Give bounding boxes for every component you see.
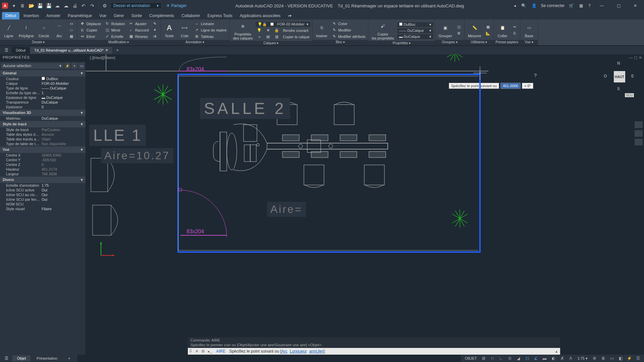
status-objet[interactable]: OBJET — [464, 356, 478, 360]
navbar-pan-icon[interactable] — [635, 121, 643, 128]
section-divers[interactable]: Divers▾ — [0, 176, 86, 183]
prop-ltscale-value[interactable]: 1 — [40, 91, 86, 95]
cercle-button[interactable]: ○Cercle — [37, 22, 51, 39]
prop-thick-value[interactable]: 0 — [40, 105, 86, 109]
isolate-icon[interactable]: ◧ — [617, 355, 624, 362]
cut-button[interactable]: ✂ — [511, 24, 519, 30]
nav-prev-icon[interactable]: ◂ — [513, 2, 517, 9]
section-vue[interactable]: Vue▾ — [0, 146, 86, 153]
tab-apps[interactable]: Applications associées — [236, 12, 284, 19]
panel-groupes[interactable]: Groupes ▾ — [435, 40, 464, 45]
prop-ucsvp-value[interactable]: Oui — [40, 197, 86, 201]
reseau-button[interactable]: ▦Réseau — [127, 34, 150, 40]
rotation-button[interactable]: ↻Rotation — [103, 21, 126, 27]
tab-parametrique[interactable]: Paramétrique — [64, 12, 95, 19]
grid-icon[interactable]: ⊞ — [480, 355, 487, 362]
deplacer-button[interactable]: ✥Déplacer — [78, 21, 103, 27]
rendre-courant-button[interactable]: Rendre courant — [281, 27, 310, 34]
layer-dropdown[interactable]: 💡🔒 FOR-02-Mobilier▾ — [255, 21, 311, 27]
copy-clip-button[interactable]: ⎘ — [511, 30, 519, 36]
panel-annot[interactable]: Annotation ▾ — [161, 40, 229, 45]
repere-button[interactable]: ↗Ligne de repère — [193, 27, 228, 33]
saveas-icon[interactable]: 💾 — [45, 2, 52, 9]
layer-tool6[interactable]: ▥ — [273, 34, 281, 40]
osnap-icon[interactable]: ◻ — [524, 355, 531, 362]
hardware-icon[interactable]: ⚡ — [626, 355, 633, 362]
prop-layer-value[interactable]: FOR-02-Mobilier — [40, 81, 86, 85]
qat-menu-icon[interactable]: ▾ — [10, 2, 17, 9]
arc-button[interactable]: ⌒Arc — [52, 22, 67, 39]
polyligne-button[interactable]: ⌇Polyligne — [17, 22, 36, 39]
help-icon[interactable]: ? — [587, 2, 592, 9]
panel-vue[interactable]: Vue ▾ — [520, 40, 538, 45]
maximize-button[interactable]: ▢ — [612, 1, 625, 10]
cmd-close-icon[interactable]: ✕ — [194, 349, 200, 354]
transparency-icon[interactable]: ◐ — [550, 355, 557, 362]
tab-collaborer[interactable]: Collaborer — [178, 12, 203, 19]
ligne-button[interactable]: ╱Ligne — [1, 22, 16, 39]
autoscale-icon[interactable]: A — [568, 355, 574, 362]
command-input[interactable]: AIRE Spécifiez le point suivant ou [Arc … — [214, 348, 554, 355]
iso-icon[interactable]: ◢ — [515, 355, 522, 362]
cart-icon[interactable]: 🛒 — [568, 2, 575, 9]
customize-icon[interactable]: ☰ — [635, 355, 641, 362]
cmd-opt-long[interactable]: Longueur — [290, 349, 307, 354]
navbar-orbit-icon[interactable] — [635, 139, 643, 145]
raccord-button[interactable]: ⌐Raccord — [127, 27, 150, 33]
explode-button[interactable]: ✦ — [151, 27, 159, 33]
quicksel-icon[interactable]: ⚡ — [64, 63, 70, 69]
drawing-canvas[interactable]: [-][Haut][Filaire] N S E O HAUT SCU ? Sp… — [86, 54, 644, 355]
filetab-active[interactable]: Td_01 Réaménager u...utilisant AutoCAD* … — [30, 47, 112, 54]
tab-presentation[interactable]: Présentation — [32, 355, 62, 361]
coller-button[interactable]: 📋Coller — [495, 22, 510, 39]
lweight-icon[interactable]: ▬ — [541, 355, 548, 362]
minimize-button[interactable]: — — [595, 1, 608, 10]
selection-dropdown[interactable]: Aucune sélection▾ — [1, 63, 63, 69]
tab-debut[interactable]: Début — [2, 12, 19, 19]
cmd-opt-undo[interactable]: annUler — [309, 349, 323, 354]
creer-bloc-button[interactable]: ✎Créer — [330, 21, 367, 27]
workspace-icon[interactable]: ⚙ — [591, 355, 598, 362]
lineaire-button[interactable]: ↔Linéaire — [193, 21, 228, 27]
panel-util[interactable]: Utilitaires ▾ — [465, 40, 493, 45]
panel-proprietes[interactable]: Propriétés ▾ — [368, 41, 435, 45]
vp-max-icon[interactable]: ◻ — [634, 55, 637, 60]
prop-annscale-value[interactable]: 1:75 — [40, 183, 86, 187]
panel-modif[interactable]: Modification ▾ — [77, 40, 160, 45]
tab-insertion[interactable]: Insertion — [20, 12, 42, 19]
panel-dessin[interactable]: Dessin ▾ — [0, 40, 77, 45]
save-icon[interactable]: 💾 — [36, 2, 44, 9]
undo-icon[interactable]: ↶ — [80, 2, 87, 9]
vp-close-icon[interactable]: ✕ — [639, 55, 642, 60]
annvisibility-icon[interactable]: Ⱥ — [559, 355, 566, 362]
lineweight-dropdown[interactable]: ▬ DuCalque▾ — [397, 34, 434, 40]
erase-button[interactable]: ✎ — [151, 21, 159, 27]
ajuster-button[interactable]: ✂Ajuster — [127, 21, 150, 27]
layer-tool5[interactable]: ▤ — [264, 34, 272, 40]
snap-icon[interactable]: ∷ — [489, 355, 496, 362]
tab-complements[interactable]: Compléments — [146, 12, 177, 19]
echelle-button[interactable]: ⤢Echelle — [103, 34, 126, 40]
open-icon[interactable]: 📂 — [28, 2, 35, 9]
ellipse-button[interactable]: ⬭ — [67, 27, 75, 33]
copier-calque-button[interactable]: Copier le calque — [281, 34, 311, 40]
web-open-icon[interactable]: ☁ — [54, 2, 61, 9]
ortho-icon[interactable]: ∟ — [498, 355, 504, 362]
monitor-icon[interactable]: 🖥 — [600, 355, 606, 362]
panel-calques[interactable]: Calques ▾ — [230, 41, 312, 45]
filetab-add-button[interactable]: + — [113, 47, 122, 54]
attrib-button[interactable]: ✎Modifier attributs — [330, 34, 367, 40]
cmd-handle-icon[interactable]: ⠿ — [188, 349, 194, 354]
app-logo[interactable]: A — [2, 3, 8, 9]
prop-ucsorigin-value[interactable]: Oui — [40, 193, 86, 197]
prop-transp-value[interactable]: DuCalque — [40, 100, 86, 104]
util1-button[interactable]: ▦ — [484, 24, 492, 30]
prop-color-value[interactable]: DuBloc — [40, 77, 86, 81]
section-strace[interactable]: Style de tracé▾ — [0, 121, 86, 127]
user-icon[interactable]: 👤 — [531, 2, 538, 9]
prop-lweight-value[interactable]: ▬ DuCalque — [40, 96, 86, 100]
plot-icon[interactable]: 🖨 — [71, 2, 78, 9]
search-icon[interactable]: 🔍 — [520, 2, 527, 9]
tab-add-layout[interactable]: + — [63, 355, 75, 361]
navbar-zoom-icon[interactable] — [635, 130, 643, 137]
